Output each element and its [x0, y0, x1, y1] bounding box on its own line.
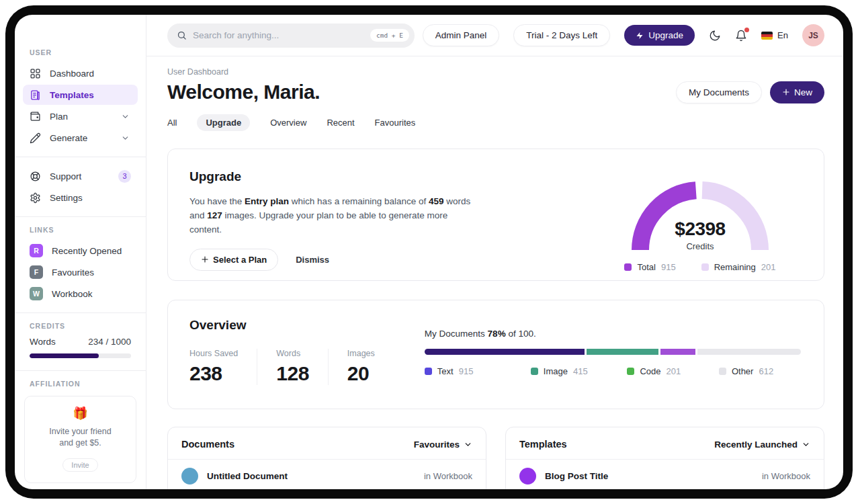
- chevron-down-icon[interactable]: [120, 134, 131, 142]
- sidebar-item-label: Recently Opened: [52, 246, 122, 256]
- upgrade-card-body: You have the Entry plan which has a rema…: [189, 195, 478, 237]
- stat-hours-saved: Hours Saved 238: [189, 349, 257, 385]
- search-placeholder: Search for anything...: [193, 30, 364, 40]
- stats-row: Hours Saved 238 Words 128 Images 20: [189, 349, 394, 385]
- sidebar-link-workbook[interactable]: W Workbook: [23, 284, 138, 304]
- legend-remaining: Remaining 201: [701, 262, 776, 272]
- letter-badge: W: [30, 287, 43, 300]
- sidebar-item-plan[interactable]: Plan: [23, 106, 138, 126]
- legend-value: 201: [667, 366, 681, 376]
- my-documents-button[interactable]: My Documents: [676, 81, 762, 103]
- sidebar-item-settings[interactable]: Settings: [23, 187, 138, 208]
- templates-card-header: Templates Recently Launched: [506, 427, 824, 460]
- bottom-cards-row: Documents Favourites Untitled Document i…: [167, 427, 824, 489]
- stat-label: Hours Saved: [189, 349, 238, 358]
- template-location: in Workbook: [762, 471, 810, 481]
- templates-filter-dropdown[interactable]: Recently Launched: [714, 439, 810, 450]
- template-row[interactable]: Blog Post Title in Workbook: [506, 460, 824, 489]
- documents-card: Documents Favourites Untitled Document i…: [167, 427, 486, 489]
- admin-panel-button[interactable]: Admin Panel: [423, 24, 500, 46]
- sidebar-item-label: Support: [50, 171, 81, 181]
- affiliation-line2: and get $5.: [59, 438, 101, 448]
- legend-label: Image: [544, 366, 568, 376]
- credits-progress-bar: [30, 353, 131, 358]
- templates-card-title: Templates: [519, 439, 567, 450]
- sidebar-item-support[interactable]: Support 3: [23, 166, 138, 186]
- stacked-progress-bar: [425, 349, 801, 355]
- gear-icon: [30, 192, 41, 204]
- sidebar-item-generate[interactable]: Generate: [23, 128, 138, 148]
- legend-value: 915: [459, 366, 474, 376]
- language-label: En: [777, 30, 788, 40]
- topbar: Search for anything... cmd + E Admin Pan…: [146, 15, 843, 56]
- images-balance: 127: [207, 210, 222, 220]
- legend-value: 201: [761, 262, 776, 272]
- tab-overview[interactable]: Overview: [270, 114, 306, 131]
- credits-gauge: $2398 Credits Total 915: [599, 169, 801, 280]
- tab-favourites[interactable]: Favourites: [375, 114, 416, 131]
- sidebar-link-favourites[interactable]: F Favourites: [23, 262, 138, 282]
- tab-all[interactable]: All: [167, 114, 177, 131]
- user-avatar[interactable]: JS: [802, 24, 824, 46]
- language-selector[interactable]: En: [761, 30, 788, 40]
- legend-swatch: [531, 368, 538, 375]
- document-avatar: [181, 468, 198, 485]
- upgrade-button[interactable]: Upgrade: [624, 25, 695, 46]
- sidebar-item-label: Generate: [50, 133, 87, 143]
- sidebar-link-recently-opened[interactable]: R Recently Opened: [23, 241, 138, 261]
- new-button-label: New: [794, 87, 812, 97]
- legend-text: Text 915: [425, 366, 531, 376]
- upgrade-card-actions: Select a Plan Dismiss: [189, 249, 499, 271]
- dark-mode-toggle[interactable]: [709, 30, 721, 42]
- stat-value: 20: [347, 362, 375, 385]
- chevron-down-icon: [464, 440, 472, 449]
- tab-upgrade[interactable]: Upgrade: [197, 114, 250, 131]
- legend-swatch: [627, 368, 634, 375]
- gauge-legend: Total 915 Remaining 201: [599, 262, 801, 272]
- new-button[interactable]: New: [770, 81, 824, 103]
- credits-value: 234 / 1000: [88, 337, 131, 347]
- search-icon: [177, 30, 187, 40]
- documents-filter-dropdown[interactable]: Favourites: [414, 439, 472, 450]
- affiliation-card: 🎁 Invite your friend and get $5. Invite: [24, 396, 136, 483]
- dismiss-button[interactable]: Dismiss: [296, 255, 329, 265]
- segment-text: [425, 349, 585, 355]
- overview-card-title: Overview: [189, 318, 394, 333]
- credits-words-row: Words 234 / 1000: [23, 337, 138, 347]
- invite-button[interactable]: Invite: [62, 458, 97, 472]
- search-input[interactable]: Search for anything... cmd + E: [167, 24, 415, 48]
- upgrade-card-title: Upgrade: [189, 169, 499, 184]
- letter-badge: F: [30, 265, 43, 279]
- upgrade-card: Upgrade You have the Entry plan which ha…: [167, 149, 824, 281]
- legend-label: Total: [637, 262, 655, 272]
- document-title: Untitled Document: [207, 471, 288, 481]
- upgrade-card-text: Upgrade You have the Entry plan which ha…: [189, 169, 499, 280]
- filter-tabs: All Upgrade Overview Recent Favourites: [167, 114, 824, 131]
- notifications-button[interactable]: [735, 30, 747, 42]
- chevron-down-icon[interactable]: [120, 112, 131, 121]
- plus-icon: [201, 255, 209, 263]
- page-body: User Dashboard Welcome, Maria. My Docume…: [146, 56, 843, 489]
- legend-value: 415: [573, 366, 588, 376]
- wallet-icon: [30, 111, 41, 122]
- title-actions: My Documents New: [676, 81, 824, 103]
- upgrade-button-label: Upgrade: [648, 30, 683, 40]
- app-window: USER Dashboard Templates Plan Generate: [15, 15, 843, 489]
- sidebar-item-label: Dashboard: [50, 69, 94, 79]
- select-plan-button[interactable]: Select a Plan: [189, 249, 278, 271]
- divider: [15, 157, 146, 157]
- sidebar-item-label: Plan: [50, 112, 68, 122]
- screen: USER Dashboard Templates Plan Generate: [0, 0, 858, 504]
- document-row[interactable]: Untitled Document in Workbook: [168, 460, 486, 489]
- sidebar-item-label: Workbook: [52, 289, 93, 299]
- stat-words: Words 128: [257, 349, 328, 385]
- sidebar-item-templates[interactable]: Templates: [23, 85, 138, 105]
- legend-label: Text: [437, 366, 454, 376]
- legend-swatch: [624, 263, 632, 271]
- sidebar-item-dashboard[interactable]: Dashboard: [23, 63, 138, 83]
- legend-value: 612: [759, 366, 773, 376]
- trial-badge-button[interactable]: Trial - 2 Days Left: [513, 24, 610, 46]
- tab-recent[interactable]: Recent: [327, 114, 354, 131]
- gauge-label: Credits: [622, 241, 778, 251]
- plus-icon: [782, 88, 790, 96]
